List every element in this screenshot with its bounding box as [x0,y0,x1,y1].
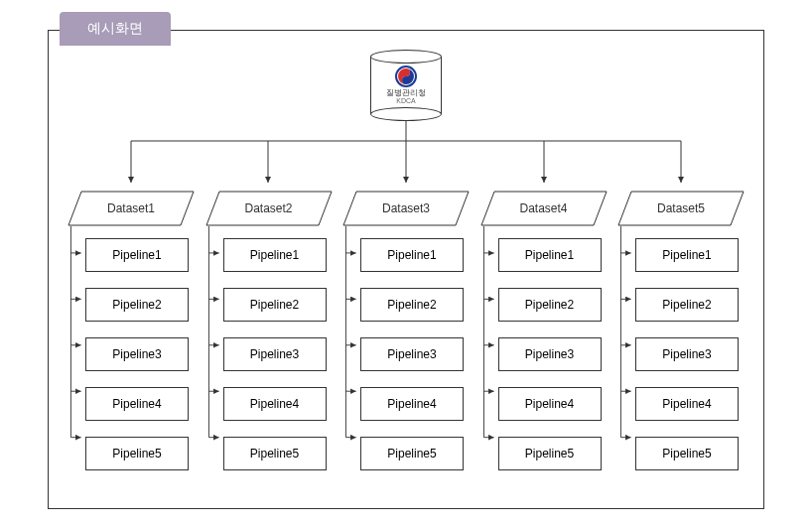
fanout-connector [48,121,764,191]
kdca-logo-icon [395,66,417,87]
pipeline-label: Pipeline4 [112,397,161,411]
pipeline-label: Pipeline3 [525,347,574,361]
pipeline-node: Pipeline1 [223,238,327,272]
pipelines-list: Pipeline1Pipeline2Pipeline3Pipeline4Pipe… [360,238,470,470]
cylinder-bottom [370,107,442,121]
pipeline-node: Pipeline5 [85,437,189,470]
dataset-column: Dataset2 Pipeline1Pipeline2Pipeline3Pipe… [205,191,333,470]
pipeline-label: Pipeline5 [525,447,574,461]
pipeline-node: Pipeline4 [498,387,602,421]
pipeline-label: Pipeline1 [662,248,711,262]
pipelines-list: Pipeline1Pipeline2Pipeline3Pipeline4Pipe… [85,238,195,470]
dataset-column: Dataset1 Pipeline1Pipeline2Pipeline3Pipe… [68,191,195,470]
dataset-label: Dataset2 [205,191,333,226]
pipeline-node: Pipeline4 [360,387,464,421]
source-database-cylinder: 질병관리청 KDCA [370,50,442,121]
pipeline-node: Pipeline1 [635,238,739,272]
pipelines-list: Pipeline1Pipeline2Pipeline3Pipeline4Pipe… [498,238,608,470]
cylinder-content: 질병관리청 KDCA [370,66,442,104]
pipeline-node: Pipeline3 [85,337,189,371]
pipeline-label: Pipeline1 [112,248,161,262]
pipeline-node: Pipeline2 [360,288,464,322]
dataset-label: Dataset3 [342,191,470,226]
org-name-en: KDCA [370,97,442,104]
pipeline-label: Pipeline2 [250,298,299,312]
pipeline-label: Pipeline3 [387,347,436,361]
pipeline-node: Pipeline3 [223,337,327,371]
dataset-node: Dataset3 [342,191,470,226]
dataset-label: Dataset5 [617,191,744,226]
pipeline-node: Pipeline1 [498,238,602,272]
pipeline-node: Pipeline2 [223,288,327,322]
pipeline-label: Pipeline5 [250,447,299,461]
pipeline-node: Pipeline5 [223,437,327,470]
dataset-column: Dataset3 Pipeline1Pipeline2Pipeline3Pipe… [342,191,470,470]
pipeline-node: Pipeline3 [360,337,464,371]
pipeline-label: Pipeline3 [112,347,161,361]
pipeline-node: Pipeline4 [223,387,327,421]
pipeline-label: Pipeline4 [387,397,436,411]
pipeline-label: Pipeline2 [112,298,161,312]
pipeline-node: Pipeline3 [635,337,739,371]
pipeline-node: Pipeline2 [498,288,602,322]
pipeline-node: Pipeline5 [635,437,739,470]
dataset-node: Dataset2 [205,191,333,226]
pipeline-node: Pipeline3 [498,337,602,371]
pipelines-list: Pipeline1Pipeline2Pipeline3Pipeline4Pipe… [223,238,333,470]
pipeline-label: Pipeline4 [662,397,711,411]
pipeline-label: Pipeline5 [387,447,436,461]
pipeline-label: Pipeline3 [250,347,299,361]
dataset-to-pipelines-connector [480,226,498,484]
pipeline-node: Pipeline4 [85,387,189,421]
pipeline-label: Pipeline2 [387,298,436,312]
pipeline-node: Pipeline4 [635,387,739,421]
pipeline-node: Pipeline2 [85,288,189,322]
pipeline-node: Pipeline1 [360,238,464,272]
pipeline-label: Pipeline4 [250,397,299,411]
dataset-to-pipelines-connector [68,226,85,484]
pipeline-label: Pipeline5 [662,447,711,461]
dataset-label: Dataset1 [68,191,195,226]
cylinder-top [370,50,442,64]
pipeline-node: Pipeline1 [85,238,189,272]
pipeline-node: Pipeline5 [360,437,464,470]
dataset-label: Dataset4 [480,191,608,226]
pipeline-node: Pipeline2 [635,288,739,322]
pipeline-label: Pipeline2 [525,298,574,312]
dataset-node: Dataset1 [68,191,195,226]
pipelines-list: Pipeline1Pipeline2Pipeline3Pipeline4Pipe… [635,238,744,470]
dataset-columns: Dataset1 Pipeline1Pipeline2Pipeline3Pipe… [48,191,764,470]
pipeline-label: Pipeline4 [525,397,574,411]
dataset-to-pipelines-connector [205,226,223,484]
dataset-node: Dataset5 [617,191,744,226]
pipeline-label: Pipeline1 [250,248,299,262]
dataset-to-pipelines-connector [617,226,635,484]
pipeline-node: Pipeline5 [498,437,602,470]
org-name-kr: 질병관리청 [370,89,442,97]
pipeline-label: Pipeline3 [662,347,711,361]
pipeline-label: Pipeline1 [387,248,436,262]
pipeline-label: Pipeline5 [112,447,161,461]
dataset-to-pipelines-connector [342,226,360,484]
pipeline-label: Pipeline1 [525,248,574,262]
dataset-column: Dataset5 Pipeline1Pipeline2Pipeline3Pipe… [617,191,744,470]
dataset-column: Dataset4 Pipeline1Pipeline2Pipeline3Pipe… [480,191,608,470]
pipeline-label: Pipeline2 [662,298,711,312]
example-screen-tab: 예시화면 [60,12,171,46]
tab-label: 예시화면 [87,20,143,36]
dataset-node: Dataset4 [480,191,608,226]
